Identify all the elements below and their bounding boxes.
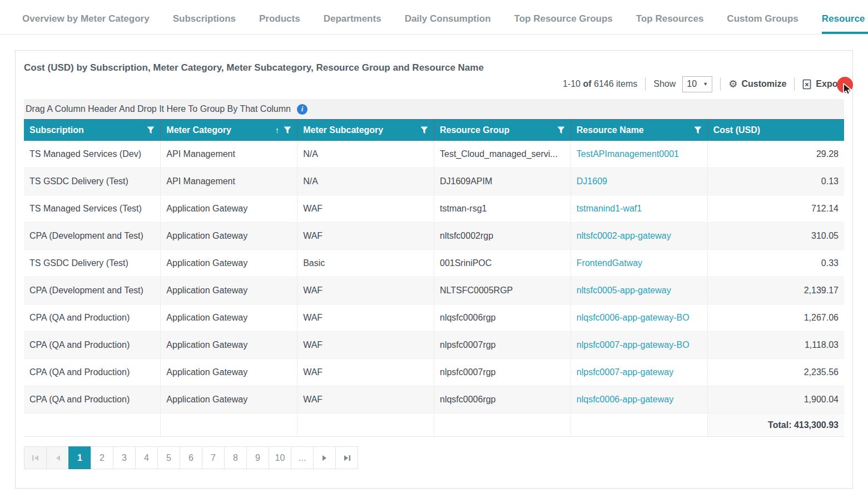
- cell-meter-subcategory: Basic: [297, 250, 434, 277]
- cell-cost: 1,267.06: [707, 304, 844, 332]
- column-header-resource-name[interactable]: Resource Name: [571, 120, 707, 141]
- last-page-button[interactable]: [335, 446, 358, 469]
- cell-cost: 2,139.17: [707, 277, 844, 304]
- previous-page-button[interactable]: [46, 446, 69, 469]
- page-button-7[interactable]: 7: [202, 446, 225, 469]
- cell-subscription: CPA (QA and Production): [24, 304, 161, 332]
- cell-meter-subcategory: WAF: [297, 304, 434, 332]
- items-count: 1-10 of 6146 items: [563, 79, 637, 89]
- next-page-button[interactable]: [313, 446, 336, 469]
- resource-name-link[interactable]: FrontendGatway: [571, 250, 707, 277]
- tab-daily-consumption[interactable]: Daily Consumption: [405, 13, 491, 34]
- cell-subscription: CPA (Development and Test): [24, 277, 161, 304]
- filter-icon[interactable]: [557, 126, 565, 134]
- tab-subscriptions[interactable]: Subscriptions: [173, 13, 236, 34]
- column-header-cost[interactable]: Cost (USD): [707, 120, 844, 141]
- column-label: Resource Name: [577, 125, 644, 135]
- cell-resource-group: Test_Cloud_managed_servi...: [434, 141, 571, 168]
- first-page-icon: [32, 455, 39, 461]
- page-button-5[interactable]: 5: [157, 446, 180, 469]
- tab-products[interactable]: Products: [259, 13, 300, 34]
- table-row: CPA (Development and Test) Application G…: [24, 223, 844, 250]
- previous-page-icon: [55, 455, 61, 461]
- customize-button[interactable]: ⚙ Customize: [728, 79, 786, 89]
- cell-cost: 2,235.56: [707, 359, 844, 386]
- tab-top-resources[interactable]: Top Resources: [636, 13, 704, 34]
- filter-icon[interactable]: [284, 126, 291, 134]
- page-button-2[interactable]: 2: [91, 446, 113, 469]
- tab-departments[interactable]: Departments: [324, 13, 381, 34]
- toolbar-divider: [794, 77, 795, 91]
- cell-meter-category: Application Gateway: [161, 332, 297, 359]
- cell-meter-subcategory: N/A: [297, 168, 434, 195]
- page-button-3[interactable]: 3: [113, 446, 136, 469]
- toolbar-divider: [645, 77, 646, 91]
- resource-name-link[interactable]: nlpsfc0007-app-gateway: [571, 359, 707, 386]
- show-label: Show: [653, 79, 676, 89]
- page-title: Cost (USD) by Subscription, Meter Catego…: [24, 62, 844, 73]
- grid-toolbar: 1-10 of 6146 items Show 10 ▼ ⚙ Customize…: [24, 75, 844, 94]
- tab-custom-groups[interactable]: Custom Groups: [727, 13, 798, 34]
- page-button-9[interactable]: 9: [246, 446, 269, 469]
- page-button-8[interactable]: 8: [224, 446, 247, 469]
- excel-export-icon: [802, 79, 812, 90]
- cell-meter-subcategory: WAF: [297, 195, 434, 223]
- cell-subscription: TS GSDC Delivery (Test): [24, 168, 161, 195]
- column-header-meter-subcategory[interactable]: Meter Subcategory: [297, 120, 434, 141]
- table-row: TS GSDC Delivery (Test) API Management N…: [24, 168, 844, 195]
- page-button-6[interactable]: 6: [180, 446, 202, 469]
- resource-name-link[interactable]: TestAPImanagement0001: [571, 141, 707, 168]
- filter-icon[interactable]: [420, 126, 428, 134]
- table-row: CPA (QA and Production) Application Gate…: [24, 304, 844, 332]
- cell-subscription: CPA (QA and Production): [24, 386, 161, 414]
- resource-name-link[interactable]: nlqsfc0006-app-gateway: [571, 386, 707, 414]
- items-total: 6146 items: [594, 79, 637, 88]
- cell-subscription: TS Managed Services (Test): [24, 195, 161, 223]
- tab-overview-by-meter-category[interactable]: Overview by Meter Category: [22, 13, 150, 34]
- total-empty-cell: [434, 414, 571, 437]
- export-button[interactable]: Export: [802, 79, 844, 90]
- cell-cost: 310.05: [707, 223, 844, 250]
- cell-subscription: TS GSDC Delivery (Test): [24, 250, 161, 277]
- tab-resource-list[interactable]: Resource List: [822, 13, 868, 34]
- column-header-resource-group[interactable]: Resource Group: [434, 120, 571, 141]
- resource-name-link[interactable]: nltsfc0005-app-gateway: [571, 277, 707, 304]
- column-header-meter-category[interactable]: Meter Category ↑: [161, 120, 297, 141]
- resource-name-link[interactable]: tstmanind1-waf1: [571, 195, 707, 223]
- page-button-1[interactable]: 1: [68, 446, 91, 469]
- resource-name-link[interactable]: nltsfc0002-app-gateway: [571, 223, 707, 250]
- resource-name-link[interactable]: DJ1609: [571, 168, 707, 195]
- table-row: CPA (QA and Production) Application Gate…: [24, 359, 844, 386]
- cell-subscription: CPA (QA and Production): [24, 359, 161, 386]
- page-size-select[interactable]: 10 ▼: [682, 76, 712, 92]
- page-button-10[interactable]: 10: [269, 446, 291, 469]
- more-pages-button[interactable]: ...: [291, 446, 314, 469]
- tab-top-resource-groups[interactable]: Top Resource Groups: [514, 13, 613, 34]
- cell-resource-group: DJ1609APIM: [434, 168, 571, 195]
- column-label: Meter Subcategory: [303, 125, 383, 135]
- cell-cost: 0.13: [707, 168, 844, 195]
- group-by-hint-text: Drag A Column Header And Drop It Here To…: [26, 104, 291, 114]
- total-empty-cell: [571, 414, 707, 437]
- gear-icon: ⚙: [728, 79, 737, 89]
- cell-subscription: TS Managed Services (Dev): [24, 141, 161, 168]
- column-label: Resource Group: [440, 125, 509, 135]
- filter-icon[interactable]: [694, 126, 702, 134]
- column-header-subscription[interactable]: Subscription: [24, 120, 161, 141]
- page-button-4[interactable]: 4: [135, 446, 158, 469]
- group-by-drop-zone[interactable]: Drag A Column Header And Drop It Here To…: [24, 99, 844, 119]
- resource-name-link[interactable]: nlpsfc0007-app-gateway-BO: [571, 332, 707, 359]
- filter-icon[interactable]: [147, 126, 155, 134]
- cell-meter-subcategory: WAF: [297, 359, 434, 386]
- column-label: Meter Category: [166, 125, 231, 135]
- info-icon[interactable]: i: [297, 104, 307, 115]
- pagination: 1 2 3 4 5 6 7 8 9 10 ...: [24, 446, 844, 469]
- table-row: TS GSDC Delivery (Test) Application Gate…: [24, 250, 844, 277]
- cell-cost: 29.28: [707, 141, 844, 168]
- cell-meter-category: Application Gateway: [161, 386, 297, 414]
- resource-name-link[interactable]: nlqsfc0006-app-gateway-BO: [571, 304, 707, 332]
- total-row: Total: 413,300.93: [24, 414, 844, 437]
- table-row: CPA (Development and Test) Application G…: [24, 277, 844, 304]
- first-page-button[interactable]: [24, 446, 47, 469]
- cell-subscription: CPA (QA and Production): [24, 332, 161, 359]
